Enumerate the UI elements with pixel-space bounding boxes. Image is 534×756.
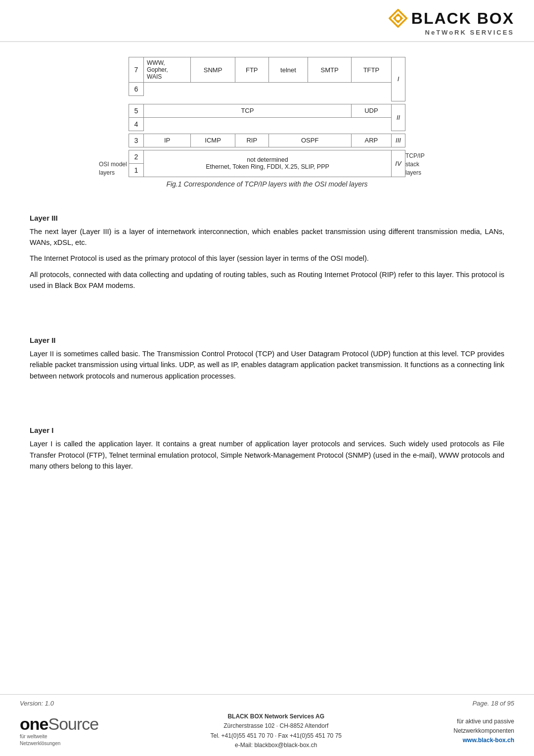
layer-num-4: 4	[129, 117, 144, 131]
footer-website: www.black-box.ch	[453, 736, 514, 745]
cell-udp: UDP	[351, 104, 391, 117]
footer-company-info: BLACK BOX Network Services AG Zürcherstr…	[210, 712, 342, 750]
table-row: 6	[129, 83, 405, 96]
logo-brand-text: BLACK BOX	[411, 9, 514, 28]
osi-tcp-table: 7 WWW,Gopher,WAIS SNMP FTP telnet SMTP T…	[129, 57, 405, 177]
roman-I: I	[392, 57, 405, 101]
diag-table-wrapper: 7 WWW,Gopher,WAIS SNMP FTP telnet SMTP T…	[129, 57, 405, 177]
svg-point-2	[396, 16, 400, 21]
roman-II: II	[392, 104, 405, 131]
layer-num-6: 6	[129, 83, 144, 96]
cell-rip: RIP	[235, 134, 268, 147]
diagram-outer: OSI model layers 7 WWW,Gopher,WAIS SNMP …	[99, 57, 435, 177]
cell-snmp: SNMP	[191, 57, 235, 83]
footer-right-info: für aktive und passive Netzwerkkomponent…	[453, 717, 514, 746]
footer-right-line1: für aktive und passive	[453, 717, 514, 726]
diagram-wrapper: OSI model layers 7 WWW,Gopher,WAIS SNMP …	[30, 57, 504, 202]
footer-email: e-Mail: blackbox@black-box.ch	[210, 741, 342, 750]
section-title-layer2: Layer II	[30, 336, 504, 344]
roman-III: III	[392, 134, 405, 147]
diagram-container: OSI model layers 7 WWW,Gopher,WAIS SNMP …	[99, 57, 435, 202]
tcp-label: TCP/IP stack layers	[405, 152, 435, 177]
section-para-layer3-2: All protocols, connected with data colle…	[30, 269, 504, 291]
section-layer1: Layer I Layer I is called the applicatio…	[30, 426, 504, 472]
osi-label: OSI model layers	[99, 57, 129, 177]
page-header: BLACK BOX NeTWoRK SERVICES	[0, 0, 534, 42]
cell-telnet: telnet	[268, 57, 308, 83]
onesource-source: Source	[48, 714, 98, 733]
footer-page: Page. 18 of 95	[472, 700, 514, 707]
cell-tftp: TFTP	[351, 57, 391, 83]
logo-sub-text: NeTWoRK SERVICES	[425, 29, 514, 36]
section-para-layer3-0: The next layer (Layer III) is a layer of…	[30, 226, 504, 248]
logo-brand: BLACK BOX	[389, 9, 514, 28]
footer-right-line2: Netzwerkkomponenten	[453, 726, 514, 736]
section-title-layer1: Layer I	[30, 426, 504, 434]
table-row: 4	[129, 117, 405, 131]
section-title-layer3: Layer III	[30, 214, 504, 222]
section-para-layer3-1: The Internet Protocol is used as the pri…	[30, 253, 504, 264]
section-layer2: Layer II Layer II is sometimes called ba…	[30, 336, 504, 381]
layer-num-2: 2	[129, 150, 144, 163]
roman-IV: IV	[392, 150, 405, 177]
cell-www: WWW,Gopher,WAIS	[144, 57, 191, 83]
table-row: 3 IP ICMP RIP OSPF ARP III	[129, 134, 405, 147]
layer-num-1: 1	[129, 163, 144, 177]
footer-version: Version: 1.0	[20, 700, 54, 707]
cell-icmp: ICMP	[191, 134, 235, 147]
cell-arp: ARP	[351, 134, 391, 147]
main-content: OSI model layers 7 WWW,Gopher,WAIS SNMP …	[0, 42, 534, 487]
cell-ftp: FTP	[235, 57, 268, 83]
layer-num-spacer	[129, 96, 144, 101]
cell-smtp: SMTP	[308, 57, 351, 83]
onesource-logo: oneSource	[20, 715, 98, 732]
layer-num-5: 5	[129, 104, 144, 117]
logo-area: BLACK BOX NeTWoRK SERVICES	[389, 9, 514, 36]
section-layer3: Layer III The next layer (Layer III) is …	[30, 214, 504, 291]
cell-ip: IP	[144, 134, 191, 147]
diamond-icon	[389, 9, 407, 28]
footer-address1: Zürcherstrasse 102 · CH-8852 Altendorf	[210, 721, 342, 731]
onesource-sub: für weltweite Netzwerklösungen	[20, 733, 60, 747]
onesource-one: one	[20, 714, 48, 733]
layer-num-3: 3	[129, 134, 144, 147]
cell-layer-iv-content: not determined Ethernet, Token Ring, FDD…	[144, 150, 392, 177]
diagram-caption: Fig.1 Correspondence of TCP/IP layers wi…	[166, 180, 367, 188]
cell-ospf: OSPF	[268, 134, 351, 147]
footer-company-name: BLACK BOX Network Services AG	[210, 712, 342, 721]
section-para-layer2-0: Layer II is sometimes called basic. The …	[30, 348, 504, 381]
layer-num-7: 7	[129, 57, 144, 83]
footer-top-row: Version: 1.0 Page. 18 of 95	[20, 700, 514, 711]
table-row: 5 TCP UDP II	[129, 104, 405, 117]
section-para-layer1-0: Layer I is called the application layer.…	[30, 438, 504, 472]
footer-address2: Tel. +41(0)55 451 70 70 · Fax +41(0)55 4…	[210, 731, 342, 741]
onesource-logo-area: oneSource für weltweite Netzwerklösungen	[20, 715, 98, 747]
table-row: 2 not determined Ethernet, Token Ring, F…	[129, 150, 405, 163]
page-footer: Version: 1.0 Page. 18 of 95 oneSource fü…	[0, 694, 534, 756]
cell-tcp: TCP	[144, 104, 352, 117]
table-row	[129, 96, 405, 101]
footer-main: oneSource für weltweite Netzwerklösungen…	[20, 712, 514, 750]
